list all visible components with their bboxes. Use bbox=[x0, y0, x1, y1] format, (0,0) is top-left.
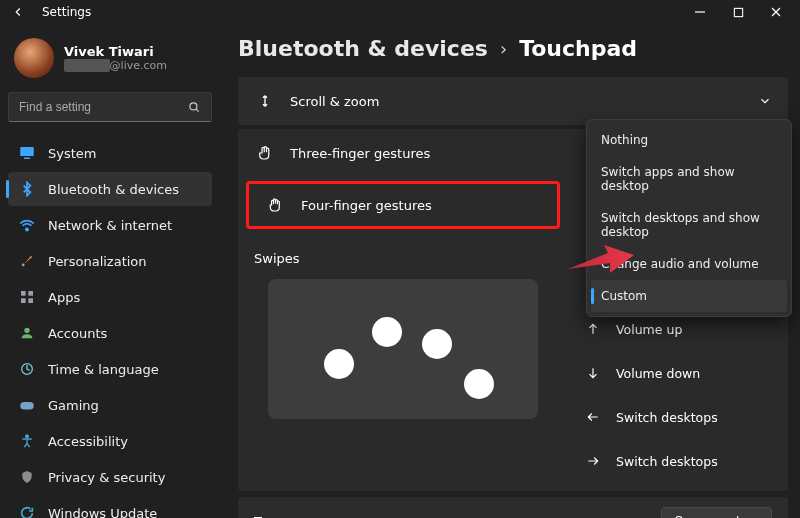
breadcrumb-parent[interactable]: Bluetooth & devices bbox=[238, 36, 488, 61]
search-input[interactable] bbox=[19, 100, 187, 114]
arrow-right-icon bbox=[584, 452, 602, 470]
window-controls bbox=[694, 6, 794, 18]
sidebar-item-label: Network & internet bbox=[48, 218, 172, 233]
action-switch-left[interactable]: Switch desktops bbox=[572, 397, 784, 437]
search-input-container[interactable] bbox=[8, 92, 212, 122]
sidebar-item-label: Accounts bbox=[48, 326, 107, 341]
sidebar-item-bluetooth[interactable]: Bluetooth & devices bbox=[8, 172, 212, 206]
sidebar: Vivek Tiwari xxxxxxx@live.com System Blu… bbox=[0, 24, 220, 518]
chevron-down-icon bbox=[758, 94, 772, 108]
sidebar-item-label: Personalization bbox=[48, 254, 147, 269]
sidebar-item-label: Privacy & security bbox=[48, 470, 165, 485]
swipe-actions-list: Volume up Volume down Switch desktops bbox=[568, 309, 788, 481]
maximize-button[interactable] bbox=[732, 6, 744, 18]
person-icon bbox=[18, 324, 36, 342]
row-label: Three-finger gestures bbox=[290, 146, 552, 161]
sidebar-item-label: Bluetooth & devices bbox=[48, 182, 179, 197]
profile-name: Vivek Tiwari bbox=[64, 44, 167, 59]
main-layout: Vivek Tiwari xxxxxxx@live.com System Blu… bbox=[0, 24, 800, 518]
sidebar-item-privacy[interactable]: Privacy & security bbox=[8, 460, 212, 494]
minimize-button[interactable] bbox=[694, 6, 706, 18]
content-area: Bluetooth & devices › Touchpad Scroll & … bbox=[220, 24, 800, 518]
svg-rect-15 bbox=[20, 402, 34, 410]
sidebar-item-accessibility[interactable]: Accessibility bbox=[8, 424, 212, 458]
sidebar-item-label: Time & language bbox=[48, 362, 159, 377]
sidebar-item-personalization[interactable]: Personalization bbox=[8, 244, 212, 278]
annotation-arrow-icon bbox=[566, 241, 636, 280]
scroll-zoom-icon bbox=[254, 90, 276, 112]
gesture-section: Three-finger gestures Four-finger gestur… bbox=[238, 129, 788, 491]
clock-globe-icon bbox=[18, 360, 36, 378]
arrow-up-icon bbox=[584, 320, 602, 338]
taps-label: Taps bbox=[254, 514, 283, 519]
sidebar-item-label: System bbox=[48, 146, 96, 161]
dropdown-item-switch-apps[interactable]: Switch apps and show desktop bbox=[591, 156, 787, 202]
action-label: Volume down bbox=[616, 366, 700, 381]
svg-rect-1 bbox=[734, 8, 742, 16]
sidebar-item-label: Windows Update bbox=[48, 506, 157, 519]
breadcrumb-current: Touchpad bbox=[519, 36, 637, 61]
taps-select-value: Open search bbox=[674, 514, 743, 518]
taps-select[interactable]: Open search bbox=[661, 507, 772, 518]
action-label: Volume up bbox=[616, 322, 682, 337]
chevron-right-icon: › bbox=[500, 38, 507, 59]
row-label: Scroll & zoom bbox=[290, 94, 758, 109]
hand-three-icon bbox=[254, 142, 276, 164]
svg-rect-11 bbox=[21, 298, 26, 303]
sidebar-item-apps[interactable]: Apps bbox=[8, 280, 212, 314]
titlebar: Settings bbox=[0, 0, 800, 24]
row-label: Four-finger gestures bbox=[301, 198, 541, 213]
sidebar-item-time-language[interactable]: Time & language bbox=[8, 352, 212, 386]
sidebar-item-label: Gaming bbox=[48, 398, 99, 413]
three-finger-row[interactable]: Three-finger gestures bbox=[238, 129, 568, 177]
apps-icon bbox=[18, 288, 36, 306]
svg-rect-9 bbox=[21, 291, 26, 296]
search-icon bbox=[187, 100, 201, 114]
wifi-icon bbox=[18, 216, 36, 234]
sidebar-item-label: Accessibility bbox=[48, 434, 128, 449]
sidebar-item-windows-update[interactable]: Windows Update bbox=[8, 496, 212, 518]
svg-point-16 bbox=[26, 435, 29, 438]
settings-window: Settings Vivek Tiwari xxxxxxx@live.com bbox=[0, 0, 800, 518]
gamepad-icon bbox=[18, 396, 36, 414]
four-finger-row[interactable]: Four-finger gestures bbox=[246, 181, 560, 229]
svg-point-13 bbox=[24, 328, 29, 333]
action-label: Switch desktops bbox=[616, 454, 718, 469]
shield-icon bbox=[18, 468, 36, 486]
action-switch-right[interactable]: Switch desktops bbox=[572, 441, 784, 481]
avatar bbox=[14, 38, 54, 78]
action-label: Switch desktops bbox=[616, 410, 718, 425]
dropdown-item-nothing[interactable]: Nothing bbox=[591, 124, 787, 156]
action-volume-down[interactable]: Volume down bbox=[572, 353, 784, 393]
update-icon bbox=[18, 504, 36, 518]
touchpad-preview bbox=[268, 279, 538, 419]
svg-line-5 bbox=[196, 109, 199, 112]
svg-rect-10 bbox=[28, 291, 33, 296]
svg-point-4 bbox=[190, 103, 197, 110]
taps-row: Taps Open search bbox=[238, 497, 788, 518]
svg-point-8 bbox=[26, 228, 28, 230]
svg-rect-7 bbox=[24, 158, 30, 160]
paintbrush-icon bbox=[18, 252, 36, 270]
sidebar-item-gaming[interactable]: Gaming bbox=[8, 388, 212, 422]
monitor-icon bbox=[18, 144, 36, 162]
svg-rect-12 bbox=[28, 298, 33, 303]
close-button[interactable] bbox=[770, 6, 782, 18]
svg-rect-6 bbox=[20, 147, 34, 156]
breadcrumb: Bluetooth & devices › Touchpad bbox=[238, 30, 788, 77]
app-title: Settings bbox=[42, 5, 91, 19]
back-button[interactable] bbox=[6, 0, 30, 24]
arrow-down-icon bbox=[584, 364, 602, 382]
arrow-left-icon bbox=[584, 408, 602, 426]
profile-block[interactable]: Vivek Tiwari xxxxxxx@live.com bbox=[8, 30, 212, 92]
swipes-dropdown[interactable]: Nothing Switch apps and show desktop Swi… bbox=[586, 119, 792, 317]
sidebar-item-system[interactable]: System bbox=[8, 136, 212, 170]
bluetooth-icon bbox=[18, 180, 36, 198]
sidebar-item-network[interactable]: Network & internet bbox=[8, 208, 212, 242]
sidebar-item-accounts[interactable]: Accounts bbox=[8, 316, 212, 350]
sidebar-item-label: Apps bbox=[48, 290, 80, 305]
hand-four-icon bbox=[265, 194, 287, 216]
scroll-zoom-card[interactable]: Scroll & zoom bbox=[238, 77, 788, 125]
swipes-label: Swipes bbox=[254, 251, 552, 266]
dropdown-item-custom[interactable]: Custom bbox=[591, 280, 787, 312]
